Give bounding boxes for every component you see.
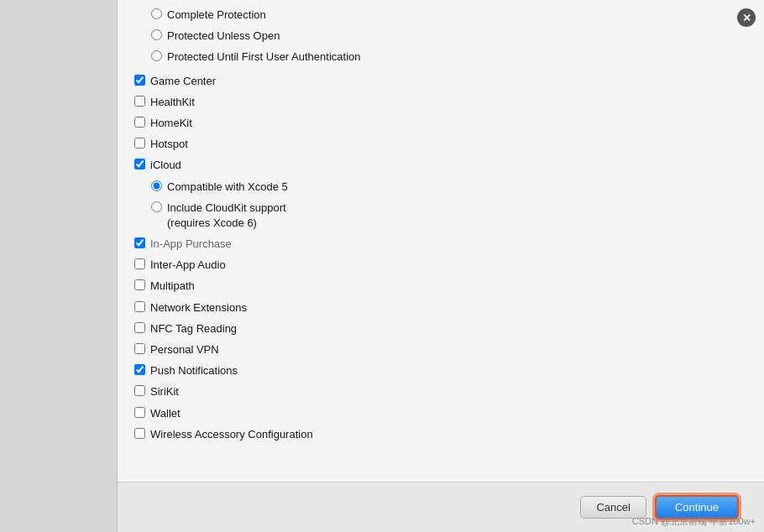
main-content: ✕ Complete Protection Protected Unless O…	[118, 0, 764, 495]
list-item: Multipath	[134, 278, 747, 295]
left-sidebar	[0, 0, 118, 532]
scroll-area: Complete Protection Protected Unless Ope…	[118, 0, 764, 453]
label-healthkit: HealthKit	[150, 95, 195, 110]
radio-protected-unless-open[interactable]	[151, 29, 162, 40]
list-item: Compatible with Xcode 5	[151, 179, 747, 196]
list-item: Inter-App Audio	[134, 257, 747, 274]
close-button[interactable]: ✕	[737, 8, 756, 27]
list-item: Personal VPN	[134, 342, 747, 358]
label-homekit: HomeKit	[150, 116, 192, 131]
list-item: SiriKit	[134, 383, 747, 400]
list-item: Push Notifications	[134, 362, 747, 379]
label-wallet: Wallet	[150, 406, 181, 421]
label-multipath: Multipath	[150, 279, 195, 294]
capabilities-list: Game CenterHealthKitHomeKitHotspotiCloud…	[134, 73, 747, 443]
label-hotspot: Hotspot	[150, 137, 188, 152]
list-item: Network Extensions	[134, 300, 747, 316]
radio-complete-protection[interactable]	[151, 8, 162, 19]
label-wireless-accessory: Wireless Accessory Configuration	[150, 427, 313, 442]
list-item: In-App Purchase	[134, 236, 747, 253]
list-item: iCloud	[134, 157, 747, 174]
radio-protected-until-auth[interactable]	[151, 50, 162, 61]
radio-row-protected-until-auth: Protected Until First User Authenticatio…	[151, 49, 747, 65]
input-hotspot[interactable]	[134, 138, 145, 149]
input-sirikit[interactable]	[134, 385, 145, 396]
label-push-notifications: Push Notifications	[150, 363, 238, 378]
label-compatible-xcode5: Compatible with Xcode 5	[167, 180, 288, 195]
watermark: CSDN @北京前端 年薪100w+	[632, 515, 756, 528]
radio-row-complete-protection: Complete Protection	[151, 7, 747, 23]
label-include-cloudkit: Include CloudKit support (requires Xcode…	[167, 201, 286, 231]
input-healthkit[interactable]	[134, 96, 145, 107]
label-protected-unless-open: Protected Unless Open	[167, 29, 280, 44]
input-push-notifications[interactable]	[134, 364, 145, 375]
label-nfc-tag-reading: NFC Tag Reading	[150, 321, 237, 336]
list-item: HomeKit	[134, 115, 747, 132]
list-item: HealthKit	[134, 94, 747, 111]
input-nfc-tag-reading[interactable]	[134, 322, 145, 333]
input-wireless-accessory[interactable]	[134, 428, 145, 439]
label-protected-until-auth: Protected Until First User Authenticatio…	[167, 50, 361, 65]
list-item: Include CloudKit support (requires Xcode…	[151, 200, 747, 232]
input-network-extensions[interactable]	[134, 301, 145, 312]
label-inter-app-audio: Inter-App Audio	[150, 258, 226, 273]
input-icloud[interactable]	[134, 159, 145, 170]
input-wallet[interactable]	[134, 407, 145, 418]
input-in-app-purchase[interactable]	[134, 237, 145, 248]
label-sirikit: SiriKit	[150, 384, 179, 399]
label-game-center: Game Center	[150, 74, 216, 89]
label-complete-protection: Complete Protection	[167, 8, 266, 23]
list-item: Game Center	[134, 73, 747, 90]
list-item: NFC Tag Reading	[134, 321, 747, 337]
list-item: Wireless Accessory Configuration	[134, 426, 747, 443]
input-compatible-xcode5[interactable]	[151, 180, 162, 191]
data-protection-group: Complete Protection Protected Unless Ope…	[134, 7, 747, 66]
input-include-cloudkit[interactable]	[151, 201, 162, 212]
label-personal-vpn: Personal VPN	[150, 342, 219, 357]
input-personal-vpn[interactable]	[134, 343, 145, 354]
label-in-app-purchase: In-App Purchase	[150, 237, 232, 252]
label-icloud: iCloud	[150, 158, 181, 173]
input-homekit[interactable]	[134, 117, 145, 128]
radio-row-protected-unless-open: Protected Unless Open	[151, 28, 747, 44]
input-inter-app-audio[interactable]	[134, 258, 145, 269]
input-multipath[interactable]	[134, 279, 145, 290]
list-item: Wallet	[134, 405, 747, 422]
label-network-extensions: Network Extensions	[150, 300, 247, 316]
list-item: Hotspot	[134, 136, 747, 153]
input-game-center[interactable]	[134, 75, 145, 86]
